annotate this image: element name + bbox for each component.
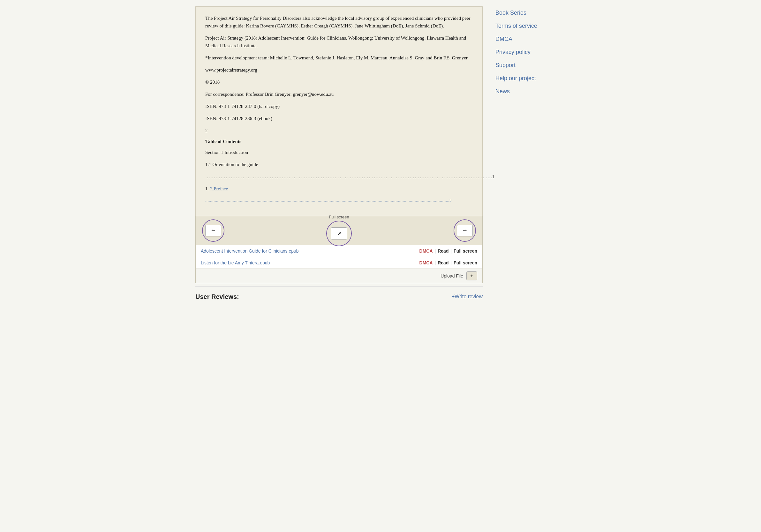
- book-paragraph-6: For correspondence: Professor Brin Greny…: [205, 90, 473, 98]
- upload-row: Upload File +: [195, 269, 483, 283]
- sep-1a: |: [435, 249, 436, 254]
- fullscreen-circle: ⤢: [326, 221, 352, 246]
- user-reviews-header: User Reviews: +Write review: [195, 286, 483, 304]
- sidebar-item-dmca[interactable]: DMCA: [496, 36, 566, 42]
- sep-2a: |: [435, 260, 436, 266]
- fullscreen-wrapper: Full screen ⤢: [326, 214, 352, 246]
- book-viewer: The Project Air Strategy for Personality…: [195, 6, 483, 216]
- upload-label: Upload File: [440, 273, 463, 278]
- page-number: 2: [205, 127, 473, 135]
- write-review-link[interactable]: +Write review: [452, 294, 483, 300]
- file-name-1[interactable]: Adolescent Intervention Guide for Clinic…: [201, 249, 416, 254]
- dmca-link-1[interactable]: DMCA: [419, 249, 433, 254]
- fullscreen-link-2[interactable]: Full screen: [454, 260, 477, 266]
- main-content: The Project Air Strategy for Personality…: [195, 6, 483, 304]
- prev-icon: ←: [210, 227, 216, 234]
- sidebar-item-terms-of-service[interactable]: Terms of service: [496, 23, 566, 30]
- toc-title: Table of Contents: [205, 138, 473, 145]
- next-circle: →: [454, 219, 476, 242]
- read-link-2[interactable]: Read: [438, 260, 448, 266]
- fullscreen-button[interactable]: ⤢: [331, 227, 347, 240]
- toc-preface-row: 1. 2 Preface: [205, 185, 473, 193]
- toc-dots-2: ........................................…: [205, 197, 473, 204]
- file-row-1: Adolescent Intervention Guide for Clinic…: [196, 245, 482, 257]
- read-link-1[interactable]: Read: [438, 249, 448, 254]
- upload-button[interactable]: +: [466, 271, 477, 280]
- book-paragraph-5: © 2018: [205, 78, 473, 86]
- file-actions-2: DMCA | Read | Full screen: [419, 260, 477, 266]
- sidebar-item-help-our-project[interactable]: Help our project: [496, 75, 566, 82]
- toc-entry-1: Section 1 Introduction: [205, 148, 473, 156]
- book-paragraph-7: ISBN: 978-1-74128-287-0 (hard copy): [205, 102, 473, 110]
- sidebar-item-privacy-policy[interactable]: Privacy policy: [496, 49, 566, 56]
- file-list: Adolescent Intervention Guide for Clinic…: [195, 245, 483, 269]
- prev-circle: ←: [202, 219, 224, 242]
- sep-1b: |: [450, 249, 452, 254]
- prev-page-button[interactable]: ←: [205, 225, 221, 236]
- next-btn-wrapper: →: [454, 219, 476, 242]
- dmca-link-2[interactable]: DMCA: [419, 260, 433, 266]
- book-paragraph-1: The Project Air Strategy for Personality…: [205, 14, 473, 30]
- sidebar-item-news[interactable]: News: [496, 88, 566, 95]
- toc-section-1: Section 1 Introduction: [205, 148, 473, 156]
- toc-entry-3: 1. 2 Preface ...........................…: [205, 185, 473, 204]
- file-actions-1: DMCA | Read | Full screen: [419, 249, 477, 254]
- next-icon: →: [462, 227, 468, 234]
- upload-icon: +: [470, 273, 473, 279]
- book-paragraph-2: Project Air Strategy (2018) Adolescent I…: [205, 34, 473, 49]
- prev-btn-wrapper: ←: [202, 219, 224, 242]
- toc-dots-1: ……………………………………………………………………………………………………………: [205, 173, 473, 180]
- fullscreen-label: Full screen: [329, 214, 349, 219]
- file-row-2: Listen for the Lie Amy Tintera.epub DMCA…: [196, 257, 482, 268]
- fullscreen-link-1[interactable]: Full screen: [454, 249, 477, 254]
- sidebar-item-support[interactable]: Support: [496, 62, 566, 69]
- toc-entry-2: 1.1 Orientation to the guide ………………………………: [205, 161, 473, 180]
- sidebar: Book Series Terms of service DMCA Privac…: [496, 6, 566, 304]
- sidebar-item-book-series[interactable]: Book Series: [496, 10, 566, 16]
- toc-orientation: 1.1 Orientation to the guide: [205, 161, 473, 168]
- toc-preface-link[interactable]: 2 Preface: [210, 186, 228, 191]
- file-name-2[interactable]: Listen for the Lie Amy Tintera.epub: [201, 260, 416, 266]
- sep-2b: |: [450, 260, 452, 266]
- book-paragraph-8: ISBN: 978-1-74128-286-3 (ebook): [205, 115, 473, 122]
- viewer-controls: ← Full screen ⤢ →: [195, 216, 483, 245]
- book-paragraph-3: *Intervention development team: Michelle…: [205, 54, 473, 62]
- user-reviews-title: User Reviews:: [195, 293, 239, 301]
- fullscreen-icon: ⤢: [337, 231, 341, 237]
- book-paragraph-4: www.projectairstrategy.org: [205, 66, 473, 74]
- next-page-button[interactable]: →: [457, 225, 473, 236]
